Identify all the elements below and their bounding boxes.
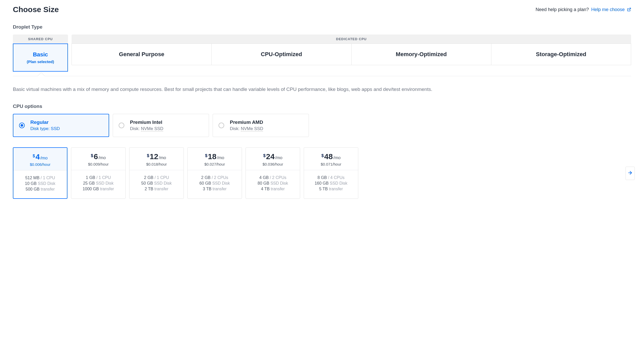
price-per: /mo [159,155,166,160]
spec-disk-label: SSD Disk [329,181,347,185]
type-option-name: General Purpose [74,51,209,58]
cpu-option-regular[interactable]: Regular Disk type: SSD [13,114,109,137]
price-plan-card[interactable]: $ 18 /mo $0.027/hour 2 GB / 2 CPUs 60 GB… [187,147,242,199]
spec-cpu: / 4 CPUs [327,175,344,180]
radio-icon [19,123,25,128]
type-option-sub: (Plan selected) [16,59,65,64]
spec-ram: 8 GB [318,175,327,180]
price-hourly: $0.006/hour [15,162,65,167]
spec-transfer: 1000 GB [83,187,99,191]
type-option-cpu-optimized[interactable]: CPU-Optimized [212,44,351,65]
page-title: Choose Size [13,5,59,14]
spec-disk: 80 GB [258,181,269,185]
dollar-sign: $ [147,153,149,158]
price-amount: 6 [94,152,98,161]
price-per: /mo [40,156,48,161]
cpu-option-title: Premium Intel [130,119,163,125]
spec-disk-label: SSD Disk [153,181,172,185]
type-option-storage-optimized[interactable]: Storage-Optimized [491,44,631,65]
spec-cpu: / 2 CPUs [211,175,228,180]
spec-disk-label: SSD Disk [211,181,230,185]
spec-transfer-label: transfer [211,187,227,191]
dollar-sign: $ [91,153,93,158]
cpu-option-sub: Disk type: SSD [30,126,60,131]
spec-transfer-label: transfer [99,187,114,191]
spec-disk: 10 GB [25,181,37,186]
price-amount: 18 [208,152,216,161]
price-amount: 12 [150,152,158,161]
dedicated-cpu-header: DEDICATED CPU [72,35,631,44]
type-option-name: Storage-Optimized [494,51,628,58]
price-hourly: $0.018/hour [132,162,181,166]
spec-transfer: 500 GB [26,187,40,191]
type-option-basic[interactable]: Basic (Plan selected) [13,44,68,72]
spec-transfer-label: transfer [40,187,55,191]
price-plan-card[interactable]: $ 12 /mo $0.018/hour 2 GB / 1 CPU 50 GB … [129,147,184,199]
type-option-name: Basic [16,51,65,58]
cpu-option-premium-intel[interactable]: Premium Intel Disk: NVMe SSD [113,114,209,137]
cpu-options-row: Regular Disk type: SSD Premium Intel Dis… [13,114,631,137]
arrow-right-icon [628,170,633,176]
help-link-text: Help me choose [591,7,625,12]
cpu-option-sub: Disk: NVMe SSD [230,126,263,131]
plan-description: Basic virtual machines with a mix of mem… [13,85,631,93]
spec-ram: 512 MB [25,176,39,180]
spec-disk: 160 GB [315,181,328,185]
price-plan-row: $ 4 /mo $0.006/hour 512 MB / 1 CPU 10 GB… [13,147,631,199]
help-prompt-text: Need help picking a plan? [536,7,589,12]
price-per: /mo [99,155,106,160]
price-amount: 4 [36,152,40,161]
type-option-general-purpose[interactable]: General Purpose [72,44,212,65]
spec-transfer-label: transfer [269,187,285,191]
price-plan-card[interactable]: $ 24 /mo $0.036/hour 4 GB / 2 CPUs 80 GB… [246,147,300,199]
dollar-sign: $ [263,153,266,158]
spec-ram: 1 GB [86,175,95,180]
help-me-choose-link[interactable]: Help me choose [591,7,631,12]
external-link-icon [626,7,631,12]
spec-disk: 50 GB [141,181,153,185]
svg-line-0 [629,8,631,10]
price-per: /mo [333,155,341,160]
dollar-sign: $ [205,153,207,158]
dollar-sign: $ [33,154,35,158]
spec-ram: 2 GB [201,175,211,180]
cpu-option-title: Premium AMD [230,119,263,125]
radio-icon [119,123,124,128]
price-amount: 48 [324,152,333,161]
cpu-options-label: CPU options [13,104,631,109]
price-hourly: $0.009/hour [73,162,123,166]
price-hourly: $0.071/hour [306,162,356,166]
spec-transfer: 4 TB [261,187,270,191]
spec-disk-label: SSD Disk [95,181,114,185]
spec-cpu: / 1 CPU [39,176,55,180]
droplet-type-tabs: SHARED CPU Basic (Plan selected) DEDICAT… [13,35,631,72]
spec-ram: 2 GB [144,175,153,180]
radio-icon [219,123,224,128]
price-per: /mo [275,155,282,160]
type-option-name: Memory-Optimized [354,51,489,58]
type-option-memory-optimized[interactable]: Memory-Optimized [352,44,491,65]
spec-cpu: / 2 CPUs [269,175,286,180]
price-hourly: $0.027/hour [190,162,240,166]
spec-cpu: / 1 CPU [153,175,169,180]
tab-pointer [13,74,631,78]
scroll-right-button[interactable] [625,167,635,180]
price-amount: 24 [266,152,275,161]
cpu-option-premium-amd[interactable]: Premium AMD Disk: NVMe SSD [213,114,309,137]
spec-transfer: 2 TB [145,187,153,191]
price-plan-card[interactable]: $ 48 /mo $0.071/hour 8 GB / 4 CPUs 160 G… [304,147,358,199]
droplet-type-label: Droplet Type [13,24,631,30]
spec-disk: 25 GB [83,181,95,185]
spec-ram: 4 GB [259,175,269,180]
help-prompt: Need help picking a plan? Help me choose [536,7,631,12]
spec-disk-label: SSD Disk [269,181,288,185]
price-hourly: $0.036/hour [248,162,298,166]
spec-transfer: 5 TB [319,187,328,191]
price-plan-card[interactable]: $ 4 /mo $0.006/hour 512 MB / 1 CPU 10 GB… [13,147,67,199]
price-plan-card[interactable]: $ 6 /mo $0.009/hour 1 GB / 1 CPU 25 GB S… [71,147,126,199]
spec-disk-label: SSD Disk [37,181,55,186]
shared-cpu-header: SHARED CPU [13,35,68,44]
dollar-sign: $ [321,153,324,158]
spec-cpu: / 1 CPU [95,175,111,180]
price-per: /mo [217,155,224,160]
